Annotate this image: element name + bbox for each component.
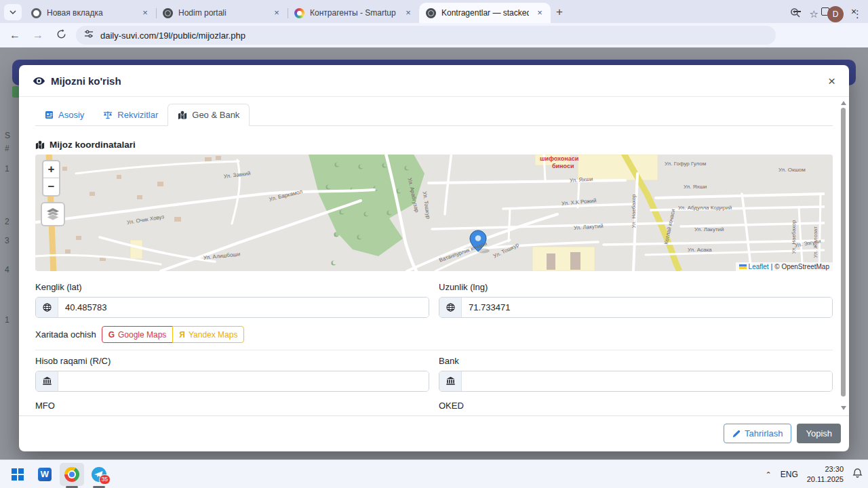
tab-label: Asosiy: [58, 110, 84, 120]
leaflet-map[interactable]: Ул. ЗавкийУл. БаркамолУл. Очик ХовузУл. …: [35, 155, 833, 271]
tab-label: Geo & Bank: [192, 110, 239, 120]
tab-close-icon[interactable]: ×: [403, 7, 414, 18]
new-tab-button[interactable]: +: [556, 5, 563, 19]
lng-label: Uzunlik (lng): [439, 282, 833, 292]
scroll-down-arrow[interactable]: [841, 406, 846, 410]
zoom-page-icon[interactable]: [790, 7, 801, 21]
windows-taskbar: W 35 ⌃ ENG 23:30 20.11.2025: [0, 460, 868, 488]
tab-geo-bank[interactable]: Geo & Bank: [167, 104, 250, 126]
modal-footer: Tahrirlash Yopish: [19, 415, 849, 451]
account-input[interactable]: [58, 371, 429, 391]
map-street-label: Ул. Жалозат: [812, 226, 818, 258]
map-street-label: Ул. Наебахор: [791, 220, 797, 254]
reload-icon[interactable]: [53, 29, 69, 42]
tab-close-icon[interactable]: ×: [271, 7, 282, 18]
bank-label: Bank: [439, 356, 833, 366]
account-input-group: [35, 371, 429, 392]
lat-input-group: [35, 297, 429, 318]
osm-credit[interactable]: © OpenStreetMap: [774, 263, 829, 270]
scrollbar-thumb[interactable]: [841, 108, 846, 396]
map-street-label: Ул. Лакутий: [694, 226, 724, 232]
background-text-fragment: 4: [5, 265, 9, 274]
tab-label: Rekvizitlar: [117, 110, 158, 120]
site-info-icon[interactable]: [84, 29, 94, 41]
dimmed-page-overlay: S#12341 Mijozni ko'rish × Asosiy Rekvizi…: [0, 47, 868, 460]
balance-scale-icon: [103, 110, 113, 119]
tab-asosiy[interactable]: Asosiy: [35, 104, 94, 125]
tab-rekvizitlar[interactable]: Rekvizitlar: [94, 104, 167, 125]
bank-input[interactable]: [462, 371, 832, 391]
telegram-badge: 35: [99, 474, 111, 485]
close-modal-button[interactable]: Yopish: [797, 424, 841, 443]
browser-menu-icon[interactable]: ⋮: [852, 8, 863, 20]
notifications-bell-icon[interactable]: [852, 468, 863, 481]
ukraine-flag-icon: [739, 264, 747, 269]
word-taskbar-icon[interactable]: W: [33, 463, 57, 486]
modal-title: Mijozni ko'rish: [51, 75, 121, 87]
map-marked-icon: [178, 110, 187, 119]
yandex-maps-button[interactable]: Я Yandex Maps: [172, 326, 244, 343]
lng-input[interactable]: [462, 298, 832, 317]
start-button[interactable]: [5, 463, 30, 486]
tab3-favicon: [294, 8, 304, 18]
mijozni-korish-modal: Mijozni ko'rish × Asosiy Rekvizitlar Geo…: [19, 65, 849, 451]
mfo-label: MFO: [35, 401, 429, 411]
url-text: daily-suvi.com/19l/public/mijozlar.php: [100, 30, 245, 41]
map-street-label: Ул. Наебахор: [631, 195, 637, 228]
scroll-up-arrow[interactable]: [841, 101, 846, 105]
tab-close-icon[interactable]: ×: [140, 7, 151, 18]
lng-input-group: [439, 297, 833, 318]
browser-tab-3[interactable]: Контрагенты - Smartup ×: [288, 3, 419, 23]
tab-title: Новая вкладка: [47, 8, 134, 18]
tab-close-icon[interactable]: ×: [534, 7, 545, 18]
lat-input[interactable]: [58, 298, 429, 317]
back-icon[interactable]: ←: [7, 29, 23, 41]
map-attribution: Leaflet | © OpenStreetMap: [736, 262, 833, 271]
tab1-favicon: [31, 8, 41, 18]
zoom-out-button[interactable]: −: [43, 178, 59, 195]
telegram-icon: 35: [92, 467, 106, 482]
oked-label: OKED: [439, 401, 833, 411]
chrome-taskbar-icon[interactable]: [60, 463, 84, 486]
modal-body: Asosiy Rekvizitlar Geo & Bank Mijoz koor…: [19, 97, 849, 415]
tab-title: Контрагенты - Smartup: [310, 8, 397, 18]
modal-header: Mijozni ko'rish ×: [19, 65, 849, 97]
section-title: Mijoz koordinatalari: [35, 140, 833, 150]
background-text-fragment: S: [5, 131, 10, 140]
google-g-icon: G: [108, 330, 115, 340]
lat-label: Kenglik (lat): [35, 282, 429, 292]
tab-title: Hodim portali: [178, 8, 266, 18]
background-text-fragment: 2: [5, 217, 9, 226]
modal-close-icon[interactable]: ×: [828, 75, 835, 87]
clock[interactable]: 23:30 20.11.2025: [807, 464, 844, 485]
edit-button[interactable]: Tahrirlash: [724, 424, 791, 443]
coordinates-icon: [35, 140, 45, 149]
browser-toolbar: ← → daily-suvi.com/19l/public/mijozlar.p…: [0, 23, 868, 47]
zoom-in-button[interactable]: +: [43, 161, 59, 178]
tab4-favicon: [426, 8, 436, 18]
browser-tab-4-active[interactable]: Kontragentlar — stacked moda ×: [419, 3, 551, 23]
modal-scrollbar[interactable]: [840, 98, 847, 413]
language-indicator[interactable]: ENG: [781, 470, 798, 479]
map-street-label: Ул. Абдулла Кодирий: [678, 205, 732, 211]
map-street-label: Ул. Асака: [688, 247, 712, 253]
forward-icon[interactable]: →: [30, 29, 46, 41]
id-card-icon: [45, 110, 54, 119]
leaflet-link[interactable]: Leaflet: [749, 263, 769, 270]
layers-icon: [46, 208, 60, 220]
modal-tabs: Asosiy Rekvizitlar Geo & Bank: [35, 104, 833, 126]
address-bar[interactable]: daily-suvi.com/19l/public/mijozlar.php: [76, 26, 776, 45]
tray-chevron-icon[interactable]: ⌃: [766, 470, 772, 479]
profile-avatar[interactable]: D: [827, 6, 844, 22]
tab-list-chevron-icon[interactable]: [4, 4, 22, 20]
bookmark-star-icon[interactable]: ☆: [810, 8, 818, 20]
browser-tab-1[interactable]: Новая вкладка ×: [24, 3, 156, 23]
background-text-fragment: 3: [5, 236, 9, 245]
google-maps-button[interactable]: G Google Maps: [102, 326, 174, 343]
background-text-fragment: 1: [5, 164, 9, 174]
browser-tab-2[interactable]: Hodim portali ×: [156, 3, 288, 23]
pencil-icon: [732, 430, 741, 438]
map-layers-button[interactable]: [41, 202, 65, 226]
map-zoom-control: + −: [42, 160, 60, 197]
telegram-taskbar-icon[interactable]: 35: [87, 463, 111, 486]
